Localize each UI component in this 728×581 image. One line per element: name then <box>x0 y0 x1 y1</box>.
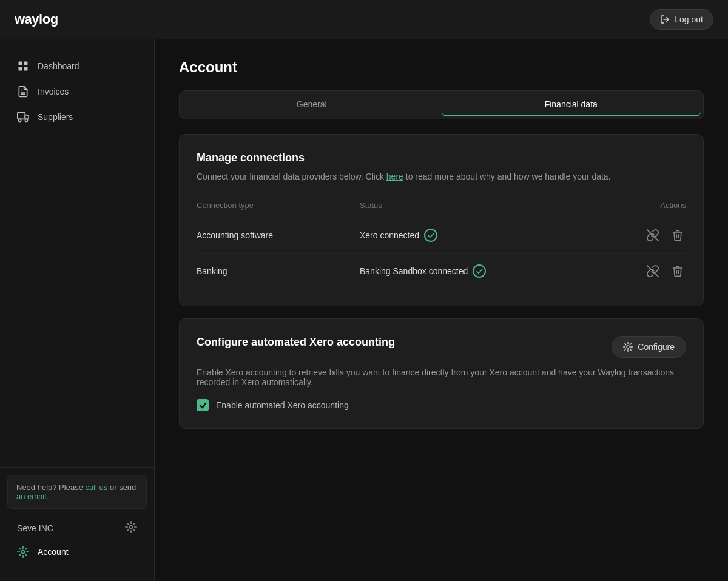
main-content: Account General Financial data Manage co… <box>155 39 728 581</box>
svg-rect-2 <box>24 62 28 65</box>
sidebar-bottom: Need help? Please call us or send an ema… <box>0 467 154 571</box>
delete-button-banking[interactable] <box>669 263 686 280</box>
company-name: Seve INC <box>17 523 53 533</box>
svg-point-10 <box>130 526 133 529</box>
svg-rect-3 <box>19 67 22 71</box>
sidebar-item-account[interactable]: Account <box>7 540 147 564</box>
svg-point-14 <box>627 346 629 348</box>
configure-button[interactable]: Configure <box>612 336 686 358</box>
delete-button-accounting[interactable] <box>669 227 686 244</box>
configure-gear-icon <box>623 342 633 352</box>
header: waylog Log out <box>0 0 728 39</box>
manage-connections-card: Manage connections Connect your financia… <box>179 134 704 306</box>
unlink-button-banking[interactable] <box>644 262 662 280</box>
manage-connections-title: Manage connections <box>197 152 686 164</box>
company-icon <box>125 521 137 535</box>
tab-financial[interactable]: Financial data <box>442 93 701 116</box>
status-text-accounting: Xero connected <box>360 230 419 240</box>
trash-icon <box>672 265 684 277</box>
tabs: General Financial data <box>179 90 704 119</box>
xero-config-title: Configure automated Xero accounting <box>197 336 395 349</box>
sidebar: Dashboard Invoices Sup <box>0 39 155 581</box>
col-status: Status <box>360 201 523 210</box>
document-icon <box>17 86 29 98</box>
svg-rect-1 <box>19 62 22 65</box>
email-link[interactable]: an email. <box>16 492 49 501</box>
page-title: Account <box>179 59 704 76</box>
xero-config-desc: Enable Xero accounting to retrieve bills… <box>197 368 686 387</box>
table-row: Accounting software Xero connected <box>197 218 686 254</box>
col-connection-type: Connection type <box>197 201 360 210</box>
unlink-icon <box>646 264 659 278</box>
sidebar-item-suppliers[interactable]: Suppliers <box>7 105 147 129</box>
xero-config-card: Configure automated Xero accounting Conf… <box>179 318 704 429</box>
unlink-button-accounting[interactable] <box>644 226 662 244</box>
company-row: Seve INC <box>7 516 147 540</box>
checkbox-label: Enable automated Xero accounting <box>216 400 349 410</box>
logout-icon <box>660 15 670 24</box>
status-cell-banking: Banking Sandbox connected <box>360 264 523 278</box>
unlink-icon <box>646 229 659 242</box>
logout-button[interactable]: Log out <box>650 9 713 30</box>
layout: Dashboard Invoices Sup <box>0 39 728 581</box>
manage-connections-desc: Connect your financial data providers be… <box>197 172 686 181</box>
help-box: Need help? Please call us or send an ema… <box>7 475 147 509</box>
check-icon-banking <box>473 264 486 278</box>
sidebar-nav: Dashboard Invoices Sup <box>0 49 154 467</box>
sidebar-item-invoices[interactable]: Invoices <box>7 79 147 104</box>
sidebar-item-label-dashboard: Dashboard <box>38 61 79 71</box>
checkbox-row: Enable automated Xero accounting <box>197 399 686 411</box>
status-cell-accounting: Xero connected <box>360 229 523 242</box>
xero-config-header: Configure automated Xero accounting Conf… <box>197 336 686 358</box>
connection-type-accounting: Accounting software <box>197 230 360 240</box>
truck-icon <box>17 111 29 123</box>
table-row: Banking Banking Sandbox connected <box>197 254 686 289</box>
sidebar-item-label-invoices: Invoices <box>38 87 69 96</box>
table-header: Connection type Status Actions <box>197 196 686 215</box>
col-actions: Actions <box>523 201 686 210</box>
svg-point-11 <box>22 551 25 554</box>
checkbox-check-icon <box>199 401 207 409</box>
svg-rect-7 <box>18 113 25 119</box>
sidebar-item-label-account: Account <box>38 547 69 557</box>
xero-checkbox[interactable] <box>197 399 209 411</box>
svg-point-9 <box>25 119 27 121</box>
actions-cell-accounting <box>523 226 686 244</box>
svg-rect-4 <box>24 67 28 71</box>
trash-icon <box>672 229 684 241</box>
sidebar-item-dashboard[interactable]: Dashboard <box>7 54 147 78</box>
gear-icon <box>17 546 29 558</box>
call-us-link[interactable]: call us <box>85 483 107 492</box>
logo: waylog <box>15 12 58 27</box>
here-link[interactable]: here <box>386 172 403 181</box>
check-icon-accounting <box>424 229 437 242</box>
sidebar-item-label-suppliers: Suppliers <box>38 112 73 122</box>
status-text-banking: Banking Sandbox connected <box>360 266 468 276</box>
grid-icon <box>17 60 29 72</box>
tab-general[interactable]: General <box>182 93 442 116</box>
svg-point-8 <box>19 119 21 121</box>
connection-type-banking: Banking <box>197 266 360 276</box>
actions-cell-banking <box>523 262 686 280</box>
